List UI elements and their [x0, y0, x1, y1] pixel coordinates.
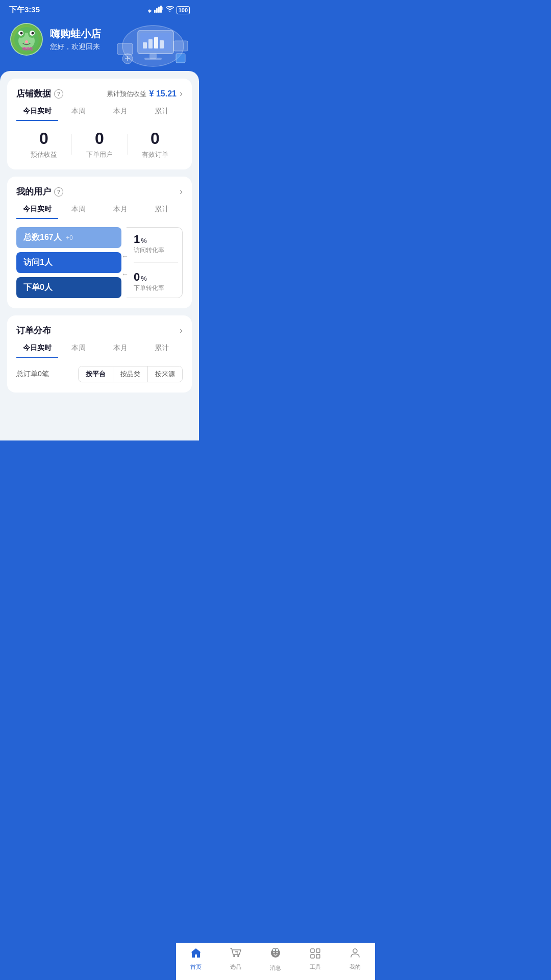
avatar: 嗨购蛙 [10, 23, 43, 56]
tab-cumulative[interactable]: 累计 [141, 107, 183, 121]
stat-value-order-users: 0 [72, 129, 127, 148]
status-time: 下午3:35 [9, 5, 40, 15]
order-tab-today[interactable]: 今日实时 [16, 344, 58, 358]
shop-data-help-icon[interactable]: ? [54, 89, 63, 99]
my-users-header: 我的用户 ? › [16, 186, 183, 198]
filter-by-platform[interactable]: 按平台 [79, 366, 113, 382]
shop-stats-row: 0 预估收益 0 下单用户 0 有效订单 [16, 129, 183, 159]
earnings-value: ¥ 15.21 [149, 89, 177, 99]
shop-data-tabs: 今日实时 本周 本月 累计 [16, 107, 183, 121]
order-tab-cumulative[interactable]: 累计 [141, 344, 183, 358]
users-tab-cumulative[interactable]: 累计 [141, 205, 183, 219]
stat-label-valid-orders: 有效订单 [128, 150, 183, 159]
tab-this-month[interactable]: 本月 [99, 107, 141, 121]
order-rate-pct: % [141, 275, 147, 282]
bars-right: ← 1 % 访问转化率 ← 0 % [127, 227, 183, 298]
order-dist-card: 订单分布 › 今日实时 本周 本月 累计 总订单0笔 按平台 按品类 按来源 [7, 315, 192, 393]
svg-rect-24 [117, 43, 133, 55]
welcome-text: 您好，欢迎回来 [50, 42, 101, 52]
svg-point-12 [32, 32, 34, 35]
my-users-help-icon[interactable]: ? [54, 187, 63, 197]
status-icons: ⁎ HD 100 [148, 6, 190, 14]
tab-today-realtime[interactable]: 今日实时 [16, 107, 58, 121]
battery-icon: 100 [177, 6, 190, 14]
stat-label-earnings: 预估收益 [16, 150, 71, 159]
order-rate-box: 0 % 下单转化率 [134, 271, 182, 292]
users-tab-week[interactable]: 本周 [58, 205, 100, 219]
visit-rate-value: 1 [134, 233, 140, 246]
svg-point-11 [20, 32, 23, 35]
wifi-icon [166, 6, 174, 14]
svg-rect-0 [154, 10, 156, 13]
shop-data-card: 店铺数据 ? 累计预估收益 ¥ 15.21 › 今日实时 本周 本月 累计 0 … [7, 79, 192, 169]
header-decoration [110, 18, 196, 71]
earnings-summary[interactable]: 累计预估收益 ¥ 15.21 › [107, 88, 183, 99]
user-text-info: 嗨购蛙小店 您好，欢迎回来 [50, 27, 101, 52]
order-dist-title: 订单分布 [16, 325, 51, 336]
chevron-right-icon: › [180, 88, 183, 99]
svg-rect-26 [176, 54, 185, 63]
my-users-chevron-icon[interactable]: › [180, 186, 183, 197]
stat-value-valid-orders: 0 [128, 129, 183, 148]
svg-text:嗨购蛙: 嗨购蛙 [22, 46, 34, 51]
stat-valid-orders: 0 有效订单 [128, 129, 183, 159]
order-tab-month[interactable]: 本月 [99, 344, 141, 358]
bars-left: 总数167人 +0 访问1人 下单0人 [16, 227, 121, 298]
svg-point-13 [25, 40, 28, 43]
earnings-label: 累计预估收益 [107, 89, 146, 99]
users-tab-today[interactable]: 今日实时 [16, 205, 58, 219]
order-dist-header: 订单分布 › [16, 325, 183, 336]
my-users-tabs: 今日实时 本周 本月 累计 [16, 205, 183, 219]
shop-data-title: 店铺数据 ? [16, 88, 63, 100]
avatar-frog-image: 嗨购蛙 [11, 24, 42, 55]
stat-label-order-users: 下单用户 [72, 150, 127, 159]
order-dist-chevron-icon[interactable]: › [180, 325, 183, 336]
visit-rate-pct: % [141, 237, 147, 244]
filter-by-source[interactable]: 按来源 [147, 366, 182, 382]
svg-rect-2 [158, 7, 160, 13]
visit-rate-label: 访问转化率 [134, 246, 182, 255]
order-rate-label: 下单转化率 [134, 284, 182, 292]
svg-rect-20 [154, 37, 158, 48]
tab-this-week[interactable]: 本周 [58, 107, 100, 121]
order-rate-value: 0 [134, 271, 140, 284]
total-badge: +0 [66, 234, 73, 241]
my-users-card: 我的用户 ? › 今日实时 本周 本月 累计 总数167人 +0 访问1人 下单… [7, 177, 192, 308]
visit-rate-box: 1 % 访问转化率 [134, 233, 182, 255]
stat-value-earnings: 0 [16, 129, 71, 148]
svg-text:HD: HD [162, 7, 163, 10]
filter-buttons: 按平台 按品类 按来源 [78, 366, 183, 382]
stat-estimated-earnings: 0 预估收益 [16, 129, 71, 159]
bar-visit-users: 访问1人 [16, 252, 121, 273]
filter-by-category[interactable]: 按品类 [113, 366, 147, 382]
rate-divider [134, 262, 178, 263]
arrow-left-order-icon: ← [121, 270, 129, 278]
users-tab-month[interactable]: 本月 [99, 205, 141, 219]
svg-rect-18 [143, 42, 147, 48]
status-bar: 下午3:35 ⁎ HD 100 [0, 0, 199, 18]
order-tab-week[interactable]: 本周 [58, 344, 100, 358]
shop-data-header: 店铺数据 ? 累计预估收益 ¥ 15.21 › [16, 88, 183, 100]
order-total-label: 总订单0笔 [16, 370, 49, 379]
stat-order-users: 0 下单用户 [72, 129, 127, 159]
order-dist-tabs: 今日实时 本周 本月 累计 [16, 344, 183, 358]
user-bars-section: 总数167人 +0 访问1人 下单0人 ← 1 % [16, 227, 183, 298]
store-name: 嗨购蛙小店 [50, 27, 101, 41]
svg-rect-21 [160, 40, 164, 48]
arrow-left-visit-icon: ← [121, 252, 129, 260]
svg-rect-3 [160, 6, 162, 13]
order-filter-row: 总订单0笔 按平台 按品类 按来源 [16, 366, 183, 382]
header: 嗨购蛙 嗨购蛙小店 您好，欢迎回来 [0, 18, 199, 71]
svg-rect-25 [173, 41, 188, 51]
svg-rect-19 [148, 39, 153, 48]
svg-rect-23 [144, 58, 162, 60]
bluetooth-icon: ⁎ [148, 6, 152, 14]
svg-rect-1 [156, 8, 158, 13]
bar-order-users: 下单0人 [16, 277, 121, 298]
bar-total-users: 总数167人 +0 [16, 227, 121, 248]
my-users-title: 我的用户 ? [16, 186, 63, 198]
main-content: 店铺数据 ? 累计预估收益 ¥ 15.21 › 今日实时 本周 本月 累计 0 … [0, 71, 199, 440]
signal-icon: HD [154, 6, 163, 14]
